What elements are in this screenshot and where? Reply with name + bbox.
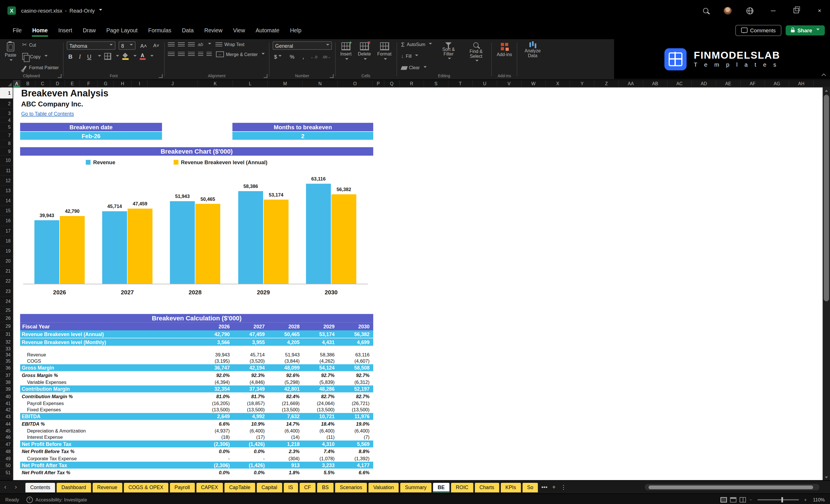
months-to-breakeven-value-cell[interactable]: 2 (232, 132, 373, 140)
value-cell[interactable]: (1,078) (302, 456, 337, 461)
sheet-tab[interactable]: Revenue (92, 482, 122, 492)
chart-bar[interactable] (60, 216, 85, 284)
breakeven-date-value-cell[interactable]: Feb-26 (20, 132, 162, 140)
value-cell[interactable]: 39,943 (197, 352, 232, 357)
sheet-tab[interactable]: Scenarios (335, 482, 367, 492)
table-of-contents-link[interactable]: Go to Table of Contents (21, 111, 74, 117)
value-cell[interactable]: 81.7% (232, 394, 267, 399)
value-cell[interactable]: 4,992 (232, 414, 267, 419)
align-top-button[interactable] (168, 42, 174, 47)
value-cell[interactable]: 92.6% (267, 373, 302, 378)
row-label-cell[interactable]: Contribution Margin (20, 386, 197, 391)
chevron-down-icon[interactable] (98, 55, 101, 58)
font-name-combo[interactable]: Tahoma (67, 41, 115, 50)
row-header[interactable]: 48 (0, 448, 12, 455)
value-cell[interactable]: 11,976 (337, 414, 372, 419)
row-label-cell[interactable]: Revenue (20, 352, 197, 357)
value-cell[interactable]: 7.4% (302, 449, 337, 454)
table-row[interactable]: Depreciation & Amortization (4,937) (6,4… (20, 428, 373, 434)
row-header[interactable]: 50 (0, 462, 12, 469)
sheet-tab[interactable]: BE (433, 482, 450, 492)
vertical-scrollbar[interactable] (823, 87, 830, 480)
value-cell[interactable]: 51,943 (267, 352, 302, 357)
row-label-cell[interactable]: Depreciation & Amortization (20, 428, 197, 434)
menu-tab[interactable]: Insert (53, 24, 77, 36)
value-cell[interactable]: (1,392) (337, 456, 372, 461)
chevron-down-icon[interactable] (116, 55, 119, 58)
chart-bar[interactable] (170, 201, 195, 284)
row-header[interactable]: 13 (0, 186, 12, 196)
close-button[interactable]: × (814, 5, 825, 16)
value-cell[interactable]: 42,801 (267, 386, 302, 391)
chart-bar[interactable] (128, 209, 153, 284)
value-cell[interactable]: 92.0% (197, 373, 232, 378)
menu-tab[interactable]: Review (199, 24, 228, 36)
more-sheets-button[interactable]: ••• (540, 484, 549, 490)
value-cell[interactable]: 8.8% (337, 449, 372, 454)
fiscal-year-cell[interactable]: 2026 (197, 323, 232, 329)
column-header[interactable]: S (424, 80, 448, 87)
document-title[interactable]: casino-resort.xlsx - Read-Only (21, 8, 102, 13)
clear-button[interactable]: Clear (400, 65, 433, 71)
table-row[interactable]: Gross Margin 36,747 42,194 48,099 54,124… (20, 364, 373, 372)
row-label-cell[interactable]: Gross Margin (20, 365, 197, 371)
row-label-cell[interactable]: Fixed Expenses (20, 407, 197, 412)
value-cell[interactable]: 3,233 (302, 462, 337, 468)
table-row[interactable]: Net Profit After Tax (2,306) (1,426) 913… (20, 462, 373, 469)
value-cell[interactable]: 1.8% (267, 470, 302, 476)
row-header[interactable]: 12 (0, 176, 12, 186)
increase-font-button[interactable]: A˄ (139, 43, 149, 48)
column-header[interactable]: K (198, 80, 233, 87)
value-cell[interactable]: (13,500) (302, 407, 337, 412)
breakeven-chart[interactable]: RevenueRevenue Breakeven level (Annual) … (20, 157, 373, 312)
row-header[interactable]: 41 (0, 400, 12, 406)
search-button[interactable] (700, 5, 711, 16)
row-header[interactable]: 11 (0, 166, 12, 176)
chart-bar[interactable] (195, 204, 220, 284)
column-header[interactable]: R (400, 80, 424, 87)
value-cell[interactable]: (6,312) (337, 380, 372, 385)
fiscal-year-cell[interactable]: 2030 (337, 323, 372, 329)
value-cell[interactable]: 32,354 (197, 386, 232, 391)
value-cell[interactable]: 6.6% (197, 421, 232, 427)
font-color-button[interactable]: A (139, 53, 145, 60)
fill-button[interactable]: ↓Fill (400, 53, 433, 59)
row-header[interactable]: 39 (0, 385, 12, 393)
row-header[interactable]: 37 (0, 372, 12, 379)
value-cell[interactable]: 52,197 (337, 386, 372, 391)
value-cell[interactable]: (4,262) (302, 358, 337, 364)
table-row[interactable]: Fixed Expenses (13,500) (13,500) (13,500… (20, 407, 373, 413)
cut-button[interactable]: ✂Cut (21, 41, 60, 48)
sheet-tab[interactable]: CAPEX (196, 482, 223, 492)
sheet-tab[interactable]: CapTable (224, 482, 255, 492)
row-header[interactable]: 3 (0, 109, 12, 118)
menu-tab[interactable]: Formulas (143, 24, 177, 36)
decrease-font-button[interactable]: A˅ (152, 43, 161, 48)
row-header[interactable]: 16 (0, 216, 12, 226)
row-label-cell[interactable]: Revenue Breakeven level (Annual) (20, 331, 197, 337)
chevron-down-icon[interactable] (133, 55, 136, 58)
font-size-combo[interactable]: 8 (119, 41, 135, 50)
value-cell[interactable]: 18.4% (302, 421, 337, 427)
value-cell[interactable]: 14.7% (267, 421, 302, 427)
row-header[interactable]: 44 (0, 420, 12, 428)
value-cell[interactable]: 4,431 (302, 339, 337, 345)
menu-tab[interactable]: Home (27, 24, 53, 36)
table-row[interactable] (20, 346, 373, 352)
row-header[interactable]: 19 (0, 246, 12, 256)
row-header[interactable]: 21 (0, 266, 12, 276)
value-cell[interactable]: 82.7% (337, 394, 372, 399)
row-header[interactable]: 15 (0, 206, 12, 216)
value-cell[interactable]: (11) (302, 435, 337, 440)
value-cell[interactable]: 7,632 (267, 414, 302, 419)
column-header[interactable]: D (50, 80, 65, 87)
wrap-text-button[interactable]: Wrap Text (214, 41, 246, 48)
increase-indent-button[interactable] (206, 52, 212, 57)
value-cell[interactable]: 42,790 (197, 331, 232, 337)
row-header[interactable]: 33 (0, 346, 12, 352)
fiscal-year-cell[interactable]: 2027 (232, 323, 267, 329)
sheet-tab[interactable]: Summary (400, 482, 431, 492)
scroll-down-arrow[interactable] (823, 474, 830, 480)
value-cell[interactable]: 50,465 (267, 331, 302, 337)
menu-tab[interactable]: Automate (250, 24, 285, 36)
